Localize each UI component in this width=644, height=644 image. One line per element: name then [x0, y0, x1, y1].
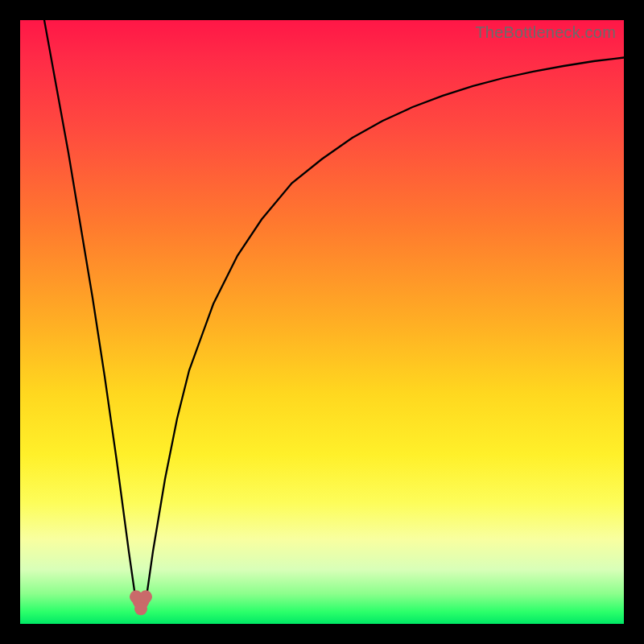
curve-path	[44, 20, 624, 612]
chart-frame: TheBottleneck.com	[0, 0, 644, 644]
cusp-u-stroke	[136, 597, 146, 605]
marker-cusp-left	[130, 590, 142, 603]
cusp-marker-group	[130, 590, 152, 615]
plot-area: TheBottleneck.com	[20, 20, 624, 624]
bottleneck-curve	[20, 20, 624, 624]
marker-cusp-right	[139, 590, 152, 603]
watermark-text: TheBottleneck.com	[475, 23, 616, 42]
marker-cusp-bottom	[134, 602, 147, 615]
